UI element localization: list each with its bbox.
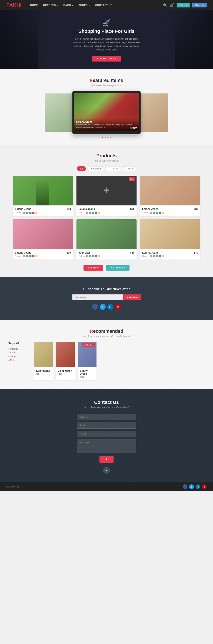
footer-socials: f t in p	[183, 484, 206, 489]
newsletter-section: Subscribe To Our Newsletter Subscribe f …	[0, 277, 213, 320]
nav-bags[interactable]: BAGS ▾	[63, 4, 73, 6]
product-image-2: ✚ true	[76, 176, 137, 206]
featured-container: Lolona Dress Lorem ipsum dolor sit amet,…	[32, 91, 181, 134]
search-icon[interactable]: 🔍	[163, 3, 167, 7]
newsletter-input[interactable]	[72, 294, 123, 300]
twitter-icon[interactable]: t	[100, 304, 106, 310]
rec-info-1: Lolona Bag $30	[34, 367, 53, 378]
product-image-1	[13, 176, 73, 206]
color-swatch	[92, 255, 94, 258]
contact-name-input[interactable]	[77, 414, 136, 420]
product-card-1: Lolona Jeans $30 Colors:	[13, 176, 73, 216]
signin-button[interactable]: Sign In	[176, 3, 190, 8]
nav-shoes[interactable]: SHOES ▾	[78, 4, 90, 6]
featured-item-price: $ 689	[130, 126, 137, 129]
scroll-up-button[interactable]: ▲	[103, 467, 110, 474]
color-swatch	[32, 212, 34, 214]
color-swatch	[156, 212, 158, 214]
rec-image-2	[56, 342, 74, 367]
filter-tshirt[interactable]: + T-Shirt	[106, 166, 121, 171]
hero-description: Lorem ipsum dolor sit amet, consectetuer…	[72, 37, 140, 52]
product-card-6: Lolona Jeans $30 Colors:	[140, 219, 200, 260]
nav-home[interactable]: HOME	[30, 4, 38, 6]
social-icons: f t in p	[4, 304, 209, 310]
contact-form: ✈	[77, 414, 136, 462]
rec-info-2: Jism Watch $30	[56, 367, 74, 378]
product-colors-2: Colors:	[78, 212, 134, 214]
color-swatch	[89, 255, 91, 258]
color-swatch	[86, 212, 88, 214]
footer-copyright: www.pakhi.cm	[6, 486, 20, 488]
product-colors-1: Colors:	[15, 212, 71, 214]
product-image-5	[76, 219, 137, 249]
product-card-4: Lolona Jeans $30 Colors:	[13, 219, 73, 260]
color-swatch	[159, 255, 161, 258]
dot-1[interactable]	[102, 137, 103, 138]
rec-add-to-cart-badge[interactable]: Add To Cart	[82, 344, 95, 347]
product-name-1: Lolona Jeans	[15, 208, 31, 210]
color-swatch	[98, 212, 100, 214]
rec-image-1	[34, 342, 53, 367]
product-colors-6: Colors:	[142, 255, 198, 258]
recommended-sidebar: Tags 🏷 Popular Sales Seller Rate	[8, 342, 30, 363]
signup-button[interactable]: Sign Up	[192, 3, 206, 8]
featured-main-card: Lolona Dress Lorem ipsum dolor sit amet,…	[72, 91, 140, 134]
color-swatch	[89, 212, 91, 214]
contact-section: Contact Us "let us know your feedbacks a…	[0, 389, 213, 482]
contact-send-button[interactable]: ✈	[100, 456, 114, 462]
products-title: Products	[13, 153, 200, 158]
featured-side-left	[45, 94, 72, 132]
color-swatch	[22, 255, 25, 258]
pinterest-icon[interactable]: p	[115, 304, 121, 310]
see-more-button[interactable]: See More	[84, 265, 103, 270]
nav-contact[interactable]: CONTACT US	[95, 4, 112, 6]
nav-dresses[interactable]: DRESSES ▾	[43, 4, 58, 6]
color-swatch	[153, 255, 155, 258]
product-card-5: Jatir Vabi $30 Colors:	[76, 219, 137, 260]
products-section: Products "check out our products" All + …	[0, 144, 213, 277]
product-name-2: Lolona Jeans	[78, 208, 95, 210]
contact-email-input[interactable]	[77, 422, 136, 428]
filter-pant[interactable]: + Pant	[123, 166, 136, 171]
footer-facebook-icon[interactable]: f	[183, 484, 188, 489]
linkedin-icon[interactable]: in	[107, 304, 113, 310]
filter-all[interactable]: All	[77, 166, 86, 171]
hero-content: 🛒 Shopping Place For Girls Lorem ipsum d…	[72, 19, 140, 62]
featured-subtitle: "this weeks featured products"	[4, 84, 209, 87]
tag-rate[interactable]: Rate	[8, 359, 30, 362]
dot-3[interactable]	[107, 137, 108, 138]
color-swatch	[92, 212, 94, 214]
color-swatch	[156, 255, 158, 258]
contact-message-input[interactable]	[77, 439, 136, 453]
dot-2[interactable]	[104, 137, 106, 138]
rec-name-2: Jism Watch	[58, 369, 72, 372]
recommended-section: Recommended "check out some recommended …	[0, 320, 213, 389]
featured-item-desc: Lorem ipsum dolor sit amet, consectetuer…	[76, 124, 137, 129]
tag-seller[interactable]: Seller	[8, 355, 30, 358]
tag-popular[interactable]: Popular	[8, 348, 30, 350]
filter-kameer[interactable]: + Kameer	[88, 166, 104, 171]
products-subtitle: "check out our products"	[13, 160, 200, 162]
subscribe-button[interactable]: Subscribe	[123, 294, 140, 300]
cart-icon[interactable]: 🛒	[170, 3, 174, 7]
hero-cta-button[interactable]: ALL PRODUCTS	[92, 56, 121, 62]
tag-sales[interactable]: Sales	[8, 351, 30, 354]
logo-rest: AKHI	[9, 2, 22, 8]
color-swatch	[95, 255, 97, 258]
product-price-5: $30	[130, 251, 134, 254]
featured-item-name: Lolona Dress	[76, 120, 137, 124]
footer-linkedin-icon[interactable]: in	[196, 484, 200, 489]
filter-tabs: All + Kameer + T-Shirt + Pant	[13, 166, 200, 171]
footer-pinterest-icon[interactable]: p	[202, 484, 206, 489]
footer-twitter-icon[interactable]: t	[189, 484, 194, 489]
recommended-title-highlight: R	[90, 328, 93, 334]
dot-4[interactable]	[110, 137, 111, 138]
contact-subtitle: "let us know your feedbacks and question…	[4, 406, 209, 408]
contact-title-highlight: C	[94, 400, 98, 405]
recommended-wrapper: Tags 🏷 Popular Sales Seller Rate Lolona …	[8, 342, 204, 380]
facebook-icon[interactable]: f	[92, 304, 98, 310]
contact-phone-input[interactable]	[77, 431, 136, 437]
all-products-button[interactable]: All Products	[106, 265, 130, 270]
add-to-cart-badge-2[interactable]: true	[129, 177, 135, 181]
logo[interactable]: PAKHI	[6, 2, 22, 8]
